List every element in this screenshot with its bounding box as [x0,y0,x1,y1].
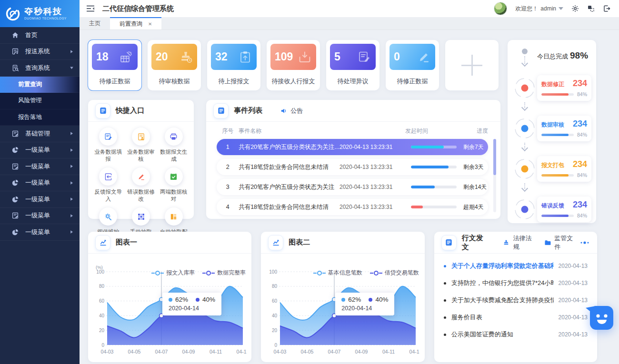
event-no: 4 [217,204,239,210]
quick-entry-0[interactable]: 业务数据填报 [92,128,125,163]
avatar[interactable] [494,2,507,15]
chevron-down-icon [70,66,74,70]
today-head: 今日总完成98% [512,45,591,74]
doc-pen-icon [11,130,19,138]
doc-tab-label: 法律法规 [513,234,533,251]
svg-text:04-07: 04-07 [328,349,341,354]
list-panel-icon [442,236,456,250]
brand-logo[interactable]: 夺秒科技 DUOMIAO TECHNOLOGY [0,0,80,27]
doc-item-0[interactable]: 关于个人存量浮动利率贷款定价基础利率...2020-04-13 [444,257,588,275]
sidebar-item-7[interactable]: 一级菜单 [0,191,80,208]
check-box-icon [165,167,183,186]
legend-item-1[interactable]: 借贷交易笔数 [370,269,419,277]
chart-panel-2: 图表二 基本信息笔数借贷交易笔数02040608010004-0304-0504… [261,232,424,362]
today-title: 今日总完成98% [537,45,591,74]
sidebar-item-label: 一级菜单 [25,162,50,171]
stat-card-1[interactable]: 20待审核数据 [148,40,201,90]
progress-bar [411,206,457,208]
stat-card-2[interactable]: 32待上报报文 [207,40,260,90]
sidebar-item-4[interactable]: 一级菜单 [0,142,80,159]
event-row-2[interactable]: 3共有20笔客户的五级分类状态为关注2020-04-13 13:23:31剩余1… [217,179,488,195]
folder-icon [544,239,551,246]
collapse-menu-icon[interactable] [86,5,95,12]
step-percent: 84% [577,132,587,138]
progress-bar [411,186,457,188]
doc-item-1[interactable]: 支持防控，中信银行为您提供7*24小时温...2020-04-13 [444,275,588,292]
legend-item-0[interactable]: 报文入库率 [151,269,195,277]
documents-panel: 行文发文 法律法规监管文件 关于个人存量浮动利率贷款定价基础利率...2020-… [434,232,597,362]
doc-item-4[interactable]: 公示美国签证费的通知2020-04-13 [444,326,588,343]
tooltip-value: 62% [341,296,361,303]
sidebar-item-5[interactable]: 一级菜单 [0,158,80,175]
stat-card-0[interactable]: 18待修正数据 [88,40,141,90]
doc-item-3[interactable]: 服务价目表2020-04-13 [444,309,588,326]
doc-edit-icon [99,128,117,146]
event-no: 2 [217,164,239,170]
pie-icon [11,146,19,154]
settings-gear-icon[interactable] [571,5,579,12]
doc-item-title: 关于个人存量浮动利率贷款定价基础利率... [451,262,554,270]
legend-dot [374,271,379,275]
stat-card-3[interactable]: 109待接收人行报文 [267,40,320,90]
sidebar-item-2[interactable]: 查询系统 [0,60,80,77]
event-row-1[interactable]: 2共有18笔贷款业务合同信息未结清2020-04-13 13:23:31剩余3天 [217,159,488,175]
sidebar-item-3[interactable]: 基础管理 [0,126,80,142]
speaker-icon [280,108,287,114]
doc-pen-icon [11,212,19,219]
quick-entry-3[interactable]: 反馈报文导入 [92,167,125,203]
doc-item-date: 2020-04-13 [559,331,588,338]
stat-value: 20 [156,50,168,63]
event-scrollbar-thumb[interactable] [493,139,496,175]
gear-wrench-icon [99,207,117,226]
sidebar-item-9[interactable]: 一级菜单 [0,224,80,241]
event-list-title: 事件列表 [234,106,262,115]
legend-item-0[interactable]: 基本信息笔数 [313,269,362,277]
doc-audit-icon [132,128,150,146]
step-label: 数据审核 [541,121,564,129]
stat-cards-row: 18待修正数据20待审核数据32待上报报文109待接收人行报文5待处理异议0待修… [88,40,500,90]
event-row-0[interactable]: 1共有20笔客户的五级分类状态为关注...2020-04-13 13:23:31… [217,139,488,155]
quick-entry-1[interactable]: 业务数据审核 [125,128,158,163]
bullet-icon [444,265,446,267]
stat-value: 32 [215,50,228,63]
chart-panel-1: 图表一 报文入库率数据完整率020406080100(%)04-0304-050… [88,232,251,362]
sidebar-menu: 首页报送系统查询系统前置查询风险管理报告落地基础管理一级菜单一级菜单一级菜单一级… [0,27,80,241]
stat-card-5[interactable]: 0待修正数据 [386,40,439,90]
doc-tab-1[interactable]: 监管文件 [544,234,574,251]
sidebar-item-1[interactable]: 报送系统 [0,44,80,60]
sidebar-subitem-1[interactable]: 风险管理 [0,93,80,109]
logout-icon[interactable] [603,5,610,12]
user-menu[interactable]: 欢迎您！ admin [515,5,563,13]
sidebar-item-6[interactable]: 一级菜单 [0,175,80,192]
doc-tab-0[interactable]: 法律法规 [503,234,533,251]
more-dots-icon[interactable] [580,241,589,245]
chat-bubble[interactable] [586,305,613,331]
event-row-3[interactable]: 4共有18笔贷款业务合同信息未结清2020-04-13 13:23:31超期4天 [217,199,488,215]
step-progress-bar [541,174,574,177]
sidebar-item-label: 一级菜单 [25,146,50,154]
legend-item-1[interactable]: 数据完整率 [202,269,246,277]
close-icon[interactable]: ✕ [148,21,152,27]
quick-entry-5[interactable]: 两端数据核对 [157,167,190,203]
sidebar-item-0[interactable]: 首页 [0,27,80,44]
quick-entry-2[interactable]: 数据报文生成 [157,128,190,163]
arrow-down-icon [521,60,528,67]
doc-item-2[interactable]: 关于加大手续费减免配合支持肺炎疫情防...2020-04-13 [444,292,588,309]
legend-line [322,273,326,274]
add-card-button[interactable] [445,40,499,90]
today-progress-panel: 今日总完成98%数据修正23484%数据审核23484%报文打包23484%错误… [508,40,596,223]
quick-entry-4[interactable]: 错误数据修改 [125,167,158,203]
today-title-text: 今日总完成 [537,52,568,61]
event-list-panel: 事件列表 公告 序号事件名称发起时间进度1共有20笔客户的五级分类状态为关注..… [206,100,500,219]
announcement-link[interactable]: 公告 [280,107,303,115]
stat-card-4[interactable]: 5待处理异议 [326,40,379,90]
today-percent: 98% [570,50,588,61]
tab-0[interactable]: 主页 [80,17,110,30]
theme-icon[interactable] [587,5,595,12]
sidebar-subitem-2[interactable]: 报告落地 [0,109,80,126]
legend-line [202,273,206,274]
sidebar-subitem-0[interactable]: 前置查询 [0,77,80,93]
event-name: 共有18笔贷款业务合同信息未结清 [239,163,339,171]
sidebar-item-8[interactable]: 一级菜单 [0,208,80,225]
tab-1[interactable]: 前置查询✕ [110,17,161,30]
